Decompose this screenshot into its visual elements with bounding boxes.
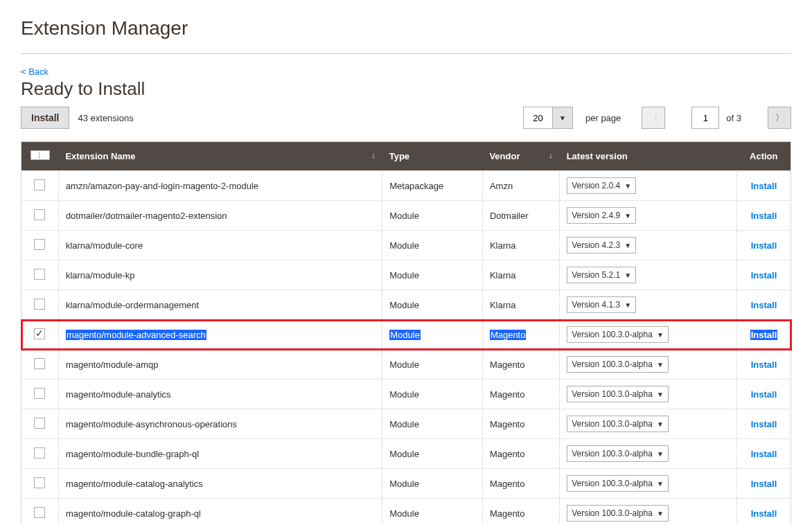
page-title: Extension Manager [21, 17, 791, 39]
install-link[interactable]: Install [750, 330, 778, 340]
row-checkbox[interactable] [34, 447, 45, 459]
extension-name: magento/module-asynchronous-operations [66, 419, 237, 429]
extension-name: klarna/module-ordermanagement [66, 300, 199, 310]
extension-name: magento/module-amqp [66, 359, 159, 370]
install-link[interactable]: Install [751, 300, 777, 310]
install-link[interactable]: Install [751, 449, 777, 459]
install-link[interactable]: Install [751, 270, 777, 281]
column-header-name[interactable]: Extension Name [65, 151, 135, 161]
extension-type: Module [389, 449, 419, 459]
version-value: Version 100.3.0-alpha [572, 419, 653, 429]
version-select[interactable]: Version 100.3.0-alpha▼ [567, 445, 669, 462]
row-checkbox[interactable] [34, 388, 45, 399]
version-select[interactable]: Version 2.4.9▼ [567, 207, 636, 224]
extension-type: Module [389, 359, 419, 370]
version-select[interactable]: Version 100.3.0-alpha▼ [567, 386, 669, 402]
row-checkbox[interactable] [34, 269, 45, 280]
install-link[interactable]: Install [751, 240, 777, 251]
table-row: magento/module-catalog-analyticsModuleMa… [21, 469, 791, 499]
toolbar: Install 43 extensions ▼ per page 〈 of 3 … [21, 107, 791, 129]
extension-vendor: Klarna [490, 270, 516, 281]
install-button[interactable]: Install [21, 107, 69, 129]
install-link[interactable]: Install [751, 211, 777, 221]
table-row: dotmailer/dotmailer-magento2-extensionMo… [21, 201, 791, 231]
page-size-input[interactable] [523, 107, 552, 129]
row-checkbox[interactable] [34, 328, 45, 339]
extension-vendor: Magento [490, 389, 525, 400]
chevron-left-icon: 〈 [649, 112, 658, 124]
table-row: magento/module-asynchronous-operationsMo… [21, 409, 791, 439]
extension-type: Metapackage [389, 181, 443, 191]
extension-name: magento/module-bundle-graph-ql [66, 449, 199, 459]
chevron-down-icon: ▼ [657, 450, 664, 458]
version-select[interactable]: Version 100.3.0-alpha▼ [567, 356, 669, 373]
version-select[interactable]: Version 100.3.0-alpha▼ [567, 326, 669, 343]
version-select[interactable]: Version 4.1.3▼ [567, 296, 636, 313]
version-value: Version 100.3.0-alpha [572, 359, 653, 369]
version-value: Version 100.3.0-alpha [572, 508, 653, 518]
extension-vendor: Klarna [490, 240, 516, 251]
install-link[interactable]: Install [751, 508, 777, 519]
row-checkbox[interactable] [34, 507, 45, 518]
row-checkbox[interactable] [34, 418, 45, 429]
table-row: magento/module-amqpModuleMagentoVersion … [21, 350, 791, 380]
column-header-vendor[interactable]: Vendor [489, 151, 520, 161]
extension-name: klarna/module-kp [66, 270, 135, 281]
select-all-checkbox[interactable]: ▪▼ [30, 150, 50, 160]
extension-vendor: Magento [490, 330, 527, 340]
table-row: klarna/module-kpModuleKlarnaVersion 5.2.… [21, 260, 791, 290]
current-page-input[interactable] [691, 107, 719, 129]
row-checkbox[interactable] [34, 358, 45, 369]
chevron-down-icon: ▼ [624, 272, 631, 279]
row-checkbox[interactable] [34, 209, 45, 220]
extension-type: Module [389, 419, 419, 429]
chevron-down-icon: ▼ [657, 361, 664, 368]
install-link[interactable]: Install [751, 479, 777, 489]
version-value: Version 2.4.9 [572, 211, 620, 220]
table-row: magento/module-catalog-graph-qlModuleMag… [21, 499, 791, 526]
extensions-count: 43 extensions [78, 113, 133, 123]
row-checkbox[interactable] [34, 299, 45, 310]
section-title: Ready to Install [21, 78, 791, 100]
back-link[interactable]: < Back [21, 66, 48, 77]
version-select[interactable]: Version 2.0.4▼ [567, 177, 636, 194]
page-size-dropdown[interactable]: ▼ [552, 107, 573, 129]
table-row: amzn/amazon-pay-and-login-magento-2-modu… [21, 171, 791, 201]
of-pages-label: of 3 [726, 113, 741, 123]
table-row: klarna/module-ordermanagementModuleKlarn… [21, 290, 791, 320]
version-select[interactable]: Version 100.3.0-alpha▼ [567, 505, 669, 522]
extension-vendor: Magento [490, 359, 525, 370]
install-link[interactable]: Install [751, 419, 777, 429]
row-checkbox[interactable] [34, 239, 45, 250]
version-select[interactable]: Version 100.3.0-alpha▼ [567, 475, 669, 492]
chevron-down-icon: ▼ [657, 510, 664, 517]
extension-vendor: Amzn [490, 181, 513, 191]
column-header-type[interactable]: Type [389, 151, 409, 161]
prev-page-button[interactable]: 〈 [642, 107, 665, 129]
row-checkbox[interactable] [34, 179, 45, 190]
version-select[interactable]: Version 100.3.0-alpha▼ [567, 416, 669, 432]
column-header-action: Action [750, 151, 777, 161]
chevron-down-icon: ▼ [657, 480, 664, 488]
extension-name: magento/module-advanced-search [66, 330, 206, 340]
extension-type: Module [389, 330, 421, 340]
extension-type: Module [389, 211, 419, 221]
version-value: Version 100.3.0-alpha [572, 449, 653, 459]
extension-vendor: Klarna [490, 300, 516, 310]
install-link[interactable]: Install [751, 389, 777, 400]
version-select[interactable]: Version 5.2.1▼ [567, 267, 636, 283]
chevron-down-icon: ▼ [39, 152, 48, 159]
install-link[interactable]: Install [751, 359, 777, 370]
version-select[interactable]: Version 4.2.3▼ [567, 237, 636, 253]
table-row: magento/module-bundle-graph-qlModuleMage… [21, 439, 791, 469]
table-row: klarna/module-coreModuleKlarnaVersion 4.… [21, 231, 791, 260]
extension-type: Module [389, 508, 419, 519]
extension-vendor: Magento [490, 449, 525, 459]
install-link[interactable]: Install [751, 181, 777, 191]
row-checkbox[interactable] [34, 477, 45, 488]
divider [21, 53, 791, 54]
extension-vendor: Dotmailer [490, 211, 529, 221]
extensions-table: ▪▼ Extension Name↓ Type Vendor↓ Latest v… [21, 141, 791, 525]
next-page-button[interactable]: 〉 [768, 107, 791, 129]
column-header-version[interactable]: Latest version [567, 151, 628, 161]
